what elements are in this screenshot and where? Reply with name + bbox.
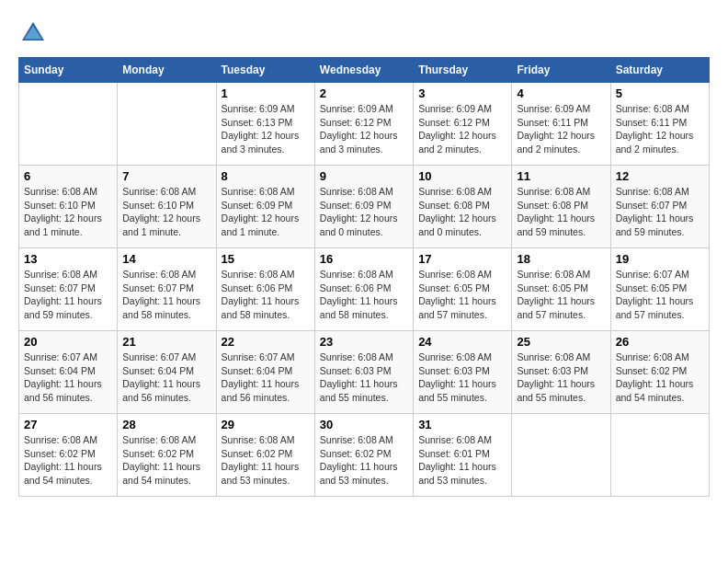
calendar-cell: [610, 414, 709, 497]
day-number: 5: [616, 86, 704, 100]
calendar-cell: 6Sunrise: 6:08 AM Sunset: 6:10 PM Daylig…: [19, 166, 118, 248]
day-number: 17: [418, 252, 506, 266]
day-number: 18: [517, 252, 605, 266]
day-info: Sunrise: 6:08 AM Sunset: 6:10 PM Dayligh…: [24, 185, 112, 239]
day-number: 10: [418, 169, 506, 183]
day-info: Sunrise: 6:08 AM Sunset: 6:05 PM Dayligh…: [517, 268, 605, 322]
day-info: Sunrise: 6:09 AM Sunset: 6:11 PM Dayligh…: [517, 102, 605, 156]
day-number: 22: [222, 335, 310, 349]
day-info: Sunrise: 6:08 AM Sunset: 6:02 PM Dayligh…: [24, 433, 112, 488]
day-info: Sunrise: 6:08 AM Sunset: 6:01 PM Dayligh…: [418, 433, 506, 488]
logo-icon: [18, 18, 48, 48]
day-number: 24: [418, 335, 506, 349]
day-info: Sunrise: 6:09 AM Sunset: 6:12 PM Dayligh…: [418, 102, 506, 156]
day-number: 13: [24, 252, 112, 266]
day-info: Sunrise: 6:08 AM Sunset: 6:07 PM Dayligh…: [122, 268, 210, 322]
calendar-cell: 3Sunrise: 6:09 AM Sunset: 6:12 PM Daylig…: [414, 83, 512, 166]
day-info: Sunrise: 6:09 AM Sunset: 6:13 PM Dayligh…: [222, 102, 310, 156]
day-number: 12: [616, 169, 704, 183]
calendar-cell: 5Sunrise: 6:08 AM Sunset: 6:11 PM Daylig…: [610, 83, 709, 166]
calendar-week-row: 20Sunrise: 6:07 AM Sunset: 6:04 PM Dayli…: [19, 331, 710, 414]
day-number: 28: [122, 418, 210, 431]
calendar-cell: 4Sunrise: 6:09 AM Sunset: 6:11 PM Daylig…: [512, 83, 610, 166]
day-number: 14: [122, 252, 210, 266]
calendar-cell: [19, 83, 118, 166]
header: [18, 18, 710, 48]
calendar-cell: 2Sunrise: 6:09 AM Sunset: 6:12 PM Daylig…: [314, 83, 413, 166]
day-info: Sunrise: 6:08 AM Sunset: 6:06 PM Dayligh…: [222, 268, 310, 322]
calendar-cell: 16Sunrise: 6:08 AM Sunset: 6:06 PM Dayli…: [314, 248, 413, 331]
day-info: Sunrise: 6:08 AM Sunset: 6:02 PM Dayligh…: [222, 433, 310, 488]
day-info: Sunrise: 6:08 AM Sunset: 6:09 PM Dayligh…: [222, 185, 310, 239]
day-header-tuesday: Tuesday: [216, 58, 314, 83]
day-number: 2: [320, 86, 408, 100]
calendar-cell: 23Sunrise: 6:08 AM Sunset: 6:03 PM Dayli…: [314, 331, 413, 414]
day-number: 23: [320, 335, 408, 349]
calendar-cell: 9Sunrise: 6:08 AM Sunset: 6:09 PM Daylig…: [314, 166, 413, 248]
logo: [18, 18, 51, 48]
calendar-week-row: 6Sunrise: 6:08 AM Sunset: 6:10 PM Daylig…: [19, 166, 710, 248]
day-info: Sunrise: 6:07 AM Sunset: 6:04 PM Dayligh…: [24, 350, 112, 405]
calendar-cell: 10Sunrise: 6:08 AM Sunset: 6:08 PM Dayli…: [414, 166, 512, 248]
day-number: 29: [222, 418, 310, 431]
calendar-cell: 29Sunrise: 6:08 AM Sunset: 6:02 PM Dayli…: [216, 414, 314, 497]
day-info: Sunrise: 6:09 AM Sunset: 6:12 PM Dayligh…: [320, 102, 408, 156]
calendar-cell: 11Sunrise: 6:08 AM Sunset: 6:08 PM Dayli…: [512, 166, 610, 248]
day-header-thursday: Thursday: [414, 58, 512, 83]
day-info: Sunrise: 6:08 AM Sunset: 6:10 PM Dayligh…: [122, 185, 210, 239]
day-number: 16: [320, 252, 408, 266]
calendar-cell: 12Sunrise: 6:08 AM Sunset: 6:07 PM Dayli…: [610, 166, 709, 248]
calendar-cell: 18Sunrise: 6:08 AM Sunset: 6:05 PM Dayli…: [512, 248, 610, 331]
day-info: Sunrise: 6:08 AM Sunset: 6:02 PM Dayligh…: [320, 433, 408, 488]
calendar-cell: 8Sunrise: 6:08 AM Sunset: 6:09 PM Daylig…: [216, 166, 314, 248]
day-number: 4: [517, 86, 605, 100]
calendar-cell: 14Sunrise: 6:08 AM Sunset: 6:07 PM Dayli…: [118, 248, 216, 331]
day-number: 31: [418, 418, 506, 431]
day-info: Sunrise: 6:08 AM Sunset: 6:05 PM Dayligh…: [418, 268, 506, 322]
day-number: 1: [222, 86, 310, 100]
day-header-wednesday: Wednesday: [314, 58, 413, 83]
day-info: Sunrise: 6:08 AM Sunset: 6:06 PM Dayligh…: [320, 268, 408, 322]
calendar-table: SundayMondayTuesdayWednesdayThursdayFrid…: [18, 57, 710, 497]
day-number: 21: [122, 335, 210, 349]
day-number: 8: [222, 169, 310, 183]
day-number: 6: [24, 169, 112, 183]
day-number: 3: [418, 86, 506, 100]
day-number: 25: [517, 335, 605, 349]
day-number: 11: [517, 169, 605, 183]
day-info: Sunrise: 6:08 AM Sunset: 6:09 PM Dayligh…: [320, 185, 408, 239]
calendar-cell: 20Sunrise: 6:07 AM Sunset: 6:04 PM Dayli…: [19, 331, 118, 414]
day-header-sunday: Sunday: [19, 58, 118, 83]
day-info: Sunrise: 6:08 AM Sunset: 6:08 PM Dayligh…: [517, 185, 605, 239]
calendar-cell: 24Sunrise: 6:08 AM Sunset: 6:03 PM Dayli…: [414, 331, 512, 414]
day-number: 19: [616, 252, 704, 266]
calendar-week-row: 27Sunrise: 6:08 AM Sunset: 6:02 PM Dayli…: [19, 414, 710, 497]
calendar-cell: [512, 414, 610, 497]
day-number: 27: [24, 418, 112, 431]
calendar-cell: 31Sunrise: 6:08 AM Sunset: 6:01 PM Dayli…: [414, 414, 512, 497]
day-info: Sunrise: 6:08 AM Sunset: 6:02 PM Dayligh…: [122, 433, 210, 488]
day-info: Sunrise: 6:07 AM Sunset: 6:04 PM Dayligh…: [122, 350, 210, 405]
calendar-cell: 28Sunrise: 6:08 AM Sunset: 6:02 PM Dayli…: [118, 414, 216, 497]
calendar-cell: 19Sunrise: 6:07 AM Sunset: 6:05 PM Dayli…: [610, 248, 709, 331]
calendar-cell: [118, 83, 216, 166]
calendar-week-row: 1Sunrise: 6:09 AM Sunset: 6:13 PM Daylig…: [19, 83, 710, 166]
day-info: Sunrise: 6:08 AM Sunset: 6:03 PM Dayligh…: [418, 350, 506, 405]
day-info: Sunrise: 6:07 AM Sunset: 6:04 PM Dayligh…: [222, 350, 310, 405]
calendar-cell: 7Sunrise: 6:08 AM Sunset: 6:10 PM Daylig…: [118, 166, 216, 248]
calendar-week-row: 13Sunrise: 6:08 AM Sunset: 6:07 PM Dayli…: [19, 248, 710, 331]
day-header-friday: Friday: [512, 58, 610, 83]
day-number: 20: [24, 335, 112, 349]
day-info: Sunrise: 6:08 AM Sunset: 6:07 PM Dayligh…: [24, 268, 112, 322]
calendar-cell: 17Sunrise: 6:08 AM Sunset: 6:05 PM Dayli…: [414, 248, 512, 331]
day-info: Sunrise: 6:08 AM Sunset: 6:08 PM Dayligh…: [418, 185, 506, 239]
day-number: 7: [122, 169, 210, 183]
day-info: Sunrise: 6:08 AM Sunset: 6:11 PM Dayligh…: [616, 102, 704, 156]
calendar-cell: 30Sunrise: 6:08 AM Sunset: 6:02 PM Dayli…: [314, 414, 413, 497]
calendar-cell: 21Sunrise: 6:07 AM Sunset: 6:04 PM Dayli…: [118, 331, 216, 414]
day-header-saturday: Saturday: [610, 58, 709, 83]
day-info: Sunrise: 6:08 AM Sunset: 6:07 PM Dayligh…: [616, 185, 704, 239]
day-number: 15: [222, 252, 310, 266]
calendar-cell: 27Sunrise: 6:08 AM Sunset: 6:02 PM Dayli…: [19, 414, 118, 497]
calendar-cell: 13Sunrise: 6:08 AM Sunset: 6:07 PM Dayli…: [19, 248, 118, 331]
